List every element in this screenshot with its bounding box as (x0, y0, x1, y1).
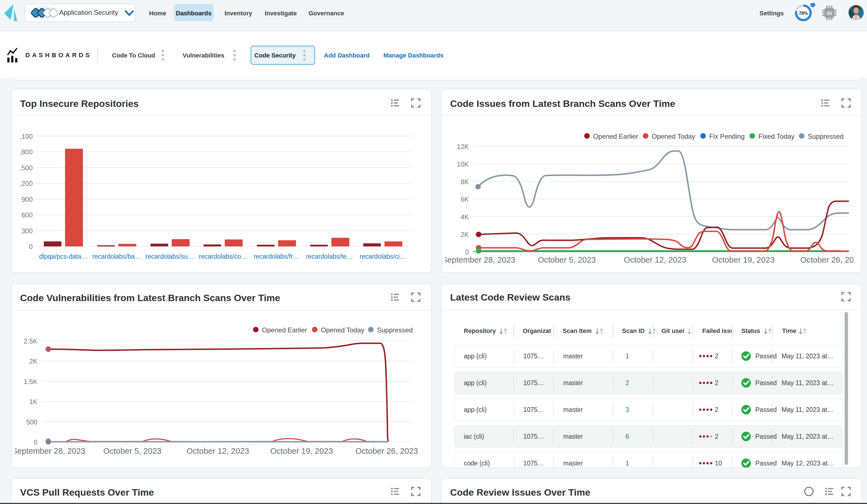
svg-text:recardolabs/ba…: recardolabs/ba… (92, 253, 141, 260)
svg-text:recardolabs/co…: recardolabs/co… (199, 253, 247, 260)
svg-text:recardolabs/ci…: recardolabs/ci… (360, 253, 406, 260)
svg-text:2K: 2K (29, 358, 38, 365)
svg-text:12K: 12K (457, 143, 469, 151)
svg-text:October 26, 2023: October 26, 2023 (355, 447, 418, 456)
svg-text:Fixed Today: Fixed Today (758, 133, 794, 140)
svg-text:dlpqa/pcs-data…: dlpqa/pcs-data… (39, 253, 88, 260)
svg-text:Fix Pending: Fix Pending (709, 133, 745, 140)
svg-text:500: 500 (26, 418, 38, 426)
svg-text:0: 0 (34, 438, 38, 446)
svg-text:September 28, 2023: September 28, 2023 (12, 447, 85, 456)
svg-text:78%: 78% (799, 11, 808, 15)
svg-text:Opened Earlier: Opened Earlier (593, 133, 638, 140)
svg-text:Opened Today: Opened Today (652, 133, 695, 140)
svg-text:,100: ,100 (20, 133, 33, 140)
svg-text:4K: 4K (461, 213, 469, 221)
svg-text:October 26, 2023: October 26, 2023 (800, 255, 853, 264)
svg-text:Opened Earlier: Opened Earlier (262, 326, 307, 334)
svg-text:900: 900 (21, 196, 33, 203)
svg-text:October 12, 2023: October 12, 2023 (624, 255, 686, 264)
svg-text:October 19, 2023: October 19, 2023 (270, 447, 333, 456)
svg-text:Opened Today: Opened Today (321, 326, 364, 334)
svg-text:recardolabs/fr…: recardolabs/fr… (254, 253, 299, 260)
svg-text:6K: 6K (461, 196, 469, 203)
svg-text:,200: ,200 (20, 180, 33, 187)
svg-text:recardolabs/su…: recardolabs/su… (146, 253, 194, 260)
svg-text:2K: 2K (461, 231, 469, 238)
svg-text:1.5K: 1.5K (24, 378, 38, 385)
svg-text:Suppressed: Suppressed (377, 326, 413, 334)
svg-text:October 5, 2023: October 5, 2023 (538, 255, 596, 264)
svg-text:0: 0 (465, 248, 469, 256)
svg-text:September 28, 2023: September 28, 2023 (442, 255, 515, 264)
svg-text:October 12, 2023: October 12, 2023 (186, 447, 249, 456)
svg-text:,500: ,500 (20, 164, 33, 172)
svg-text:October 19, 2023: October 19, 2023 (712, 255, 774, 264)
svg-text:,800: ,800 (20, 148, 33, 156)
svg-text:1K: 1K (29, 398, 38, 405)
svg-text:10K: 10K (457, 161, 469, 168)
svg-text:600: 600 (21, 211, 33, 219)
svg-text:October 5, 2023: October 5, 2023 (103, 447, 161, 456)
svg-text:0: 0 (29, 243, 33, 250)
svg-text:2.5K: 2.5K (24, 337, 38, 345)
svg-text:AI: AI (827, 10, 832, 16)
svg-text:300: 300 (21, 227, 33, 235)
svg-text:8K: 8K (461, 178, 469, 186)
svg-text:Suppressed: Suppressed (808, 133, 844, 140)
svg-text:recardolabs/te…: recardolabs/te… (306, 253, 353, 260)
